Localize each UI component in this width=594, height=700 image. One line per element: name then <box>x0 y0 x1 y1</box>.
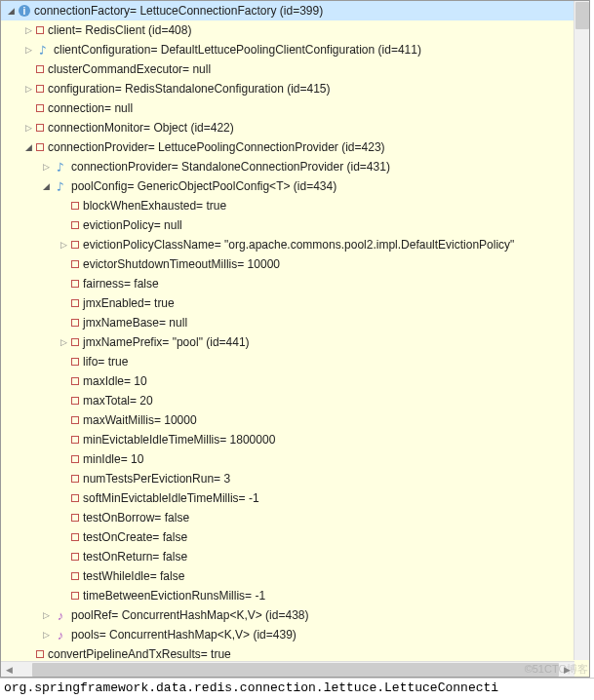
tree-row[interactable]: testOnReturn= false <box>1 547 574 566</box>
horizontal-scrollbar[interactable]: ◀ ▶ <box>1 661 574 677</box>
tree-row[interactable]: clusterCommandExecutor= null <box>1 59 574 79</box>
field-private-icon <box>71 202 79 210</box>
variable-label: timeBetweenEvictionRunsMillis= -1 <box>83 589 265 603</box>
variable-label: testOnCreate= false <box>83 530 187 544</box>
field-private-icon <box>36 143 44 151</box>
tree-row[interactable]: connectionMonitor= Object (id=422) <box>1 118 574 137</box>
tree-row[interactable]: connectionProvider= StandaloneConnection… <box>1 157 574 176</box>
variable-label: maxWaitMillis= 10000 <box>83 413 197 427</box>
field-private-icon <box>36 65 44 73</box>
field-private-icon <box>71 338 79 346</box>
tree-row[interactable]: testOnBorrow= false <box>1 508 574 527</box>
field-private-icon <box>71 319 79 327</box>
tree-row[interactable]: minIdle= 10 <box>1 449 574 469</box>
variable-label: evictionPolicyClassName= "org.apache.com… <box>83 238 514 252</box>
tree-row[interactable]: minEvictableIdleTimeMillis= 1800000 <box>1 430 574 449</box>
tree-row[interactable]: jmxNamePrefix= "pool" (id=441) <box>1 332 574 352</box>
tree-row[interactable]: connectionProvider= LettucePoolingConnec… <box>1 137 574 157</box>
toggle-spacer <box>22 102 34 114</box>
variable-label: clusterCommandExecutor= null <box>48 62 211 76</box>
field-map-icon <box>54 628 67 642</box>
expand-toggle-icon[interactable] <box>40 161 52 173</box>
field-private-icon <box>36 650 44 658</box>
toggle-spacer <box>58 512 69 524</box>
expand-toggle-icon[interactable] <box>40 629 52 641</box>
field-private-icon <box>71 377 79 385</box>
expand-toggle-icon[interactable] <box>5 5 17 17</box>
toggle-spacer <box>58 473 69 485</box>
tree-row[interactable]: lifo= true <box>1 352 574 371</box>
toggle-spacer <box>22 63 34 75</box>
tree-row[interactable]: maxWaitMillis= 10000 <box>1 410 574 430</box>
tree-row[interactable]: client= RedisClient (id=408) <box>1 20 574 40</box>
horizontal-scrollbar-thumb[interactable] <box>32 663 559 677</box>
vertical-scrollbar[interactable] <box>574 1 589 660</box>
variable-label: poolRef= ConcurrentHashMap<K,V> (id=438) <box>71 608 308 622</box>
tree-row[interactable]: poolConfig= GenericObjectPoolConfig<T> (… <box>1 176 574 196</box>
toggle-spacer <box>58 395 69 407</box>
toggle-spacer <box>58 531 69 543</box>
field-final-icon <box>54 160 67 174</box>
tree-row[interactable]: testOnCreate= false <box>1 527 574 547</box>
field-private-icon <box>71 241 79 249</box>
status-text: org.springframework.data.redis.connectio… <box>4 681 498 695</box>
tree-row[interactable]: evictorShutdownTimeoutMillis= 10000 <box>1 254 574 274</box>
field-private-icon <box>36 26 44 34</box>
variable-label: convertPipelineAndTxResults= true <box>48 647 231 660</box>
tree-row[interactable]: blockWhenExhausted= true <box>1 196 574 215</box>
field-private-icon <box>71 514 79 522</box>
tree-row[interactable]: maxTotal= 20 <box>1 391 574 410</box>
tree-row[interactable]: pools= ConcurrentHashMap<K,V> (id=439) <box>1 625 574 644</box>
field-private-icon <box>71 592 79 600</box>
field-private-icon <box>71 436 79 444</box>
collapse-toggle-icon[interactable] <box>40 180 52 192</box>
expand-toggle-icon[interactable] <box>58 239 69 251</box>
toggle-spacer <box>58 453 69 465</box>
toggle-spacer <box>58 434 69 446</box>
expand-toggle-icon[interactable] <box>22 83 34 95</box>
tree-row[interactable]: poolRef= ConcurrentHashMap<K,V> (id=438) <box>1 605 574 625</box>
expand-toggle-icon[interactable] <box>58 336 69 348</box>
variable-label: maxIdle= 10 <box>83 374 147 388</box>
field-private-icon <box>71 494 79 502</box>
toggle-spacer <box>58 278 69 290</box>
tree-row[interactable]: clientConfiguration= DefaultLettucePooli… <box>1 40 574 59</box>
expand-toggle-icon[interactable] <box>22 44 34 56</box>
tree-row-root[interactable]: i connectionFactory= LettuceConnectionFa… <box>1 1 574 20</box>
tree-row[interactable]: connection= null <box>1 98 574 118</box>
tree-row[interactable]: testWhileIdle= false <box>1 566 574 586</box>
tree-scroll-area[interactable]: i connectionFactory= LettuceConnectionFa… <box>1 1 574 660</box>
tree-row[interactable]: evictionPolicyClassName= "org.apache.com… <box>1 235 574 254</box>
expand-toggle-icon[interactable] <box>40 609 52 621</box>
horizontal-scrollbar-track[interactable] <box>17 663 559 677</box>
variable-label: configuration= RedisStandaloneConfigurat… <box>48 82 331 96</box>
expand-toggle-icon[interactable] <box>22 24 34 36</box>
field-private-icon <box>71 299 79 307</box>
toggle-spacer <box>58 219 69 231</box>
vertical-scrollbar-thumb[interactable] <box>575 2 589 29</box>
field-private-icon <box>71 358 79 366</box>
field-private-icon <box>71 475 79 483</box>
tree-row[interactable]: jmxNameBase= null <box>1 313 574 332</box>
field-final-icon <box>36 43 50 57</box>
variable-label: testOnBorrow= false <box>83 511 189 525</box>
variable-label: jmxNameBase= null <box>83 316 187 330</box>
expand-toggle-icon[interactable] <box>22 122 34 134</box>
tree-row[interactable]: fairness= false <box>1 274 574 293</box>
tree-row[interactable]: evictionPolicy= null <box>1 215 574 235</box>
field-private-icon <box>71 455 79 463</box>
toggle-spacer <box>58 570 69 582</box>
variable-label: fairness= false <box>83 277 159 291</box>
field-private-icon <box>36 124 44 132</box>
tree-row[interactable]: jmxEnabled= true <box>1 293 574 313</box>
collapse-toggle-icon[interactable] <box>22 141 34 153</box>
tree-row[interactable]: configuration= RedisStandaloneConfigurat… <box>1 79 574 98</box>
scroll-left-icon[interactable]: ◀ <box>1 663 17 677</box>
tree-row[interactable]: numTestsPerEvictionRun= 3 <box>1 469 574 488</box>
toggle-spacer <box>58 590 69 602</box>
tree-row[interactable]: convertPipelineAndTxResults= true <box>1 644 574 660</box>
tree-row[interactable]: maxIdle= 10 <box>1 371 574 391</box>
tree-row[interactable]: timeBetweenEvictionRunsMillis= -1 <box>1 586 574 605</box>
tree-row[interactable]: softMinEvictableIdleTimeMillis= -1 <box>1 488 574 508</box>
variable-label: poolConfig= GenericObjectPoolConfig<T> (… <box>71 179 337 193</box>
